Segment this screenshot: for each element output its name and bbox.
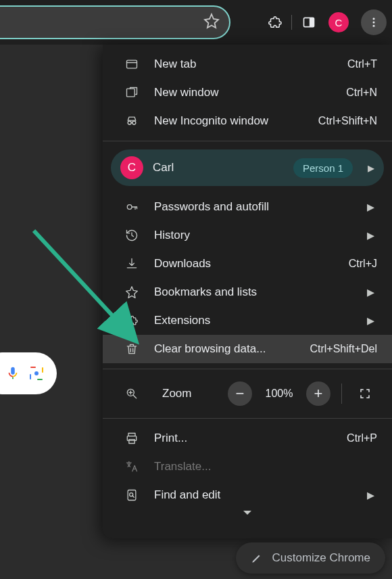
address-bar[interactable]: [0, 5, 230, 39]
print-icon: [124, 432, 139, 445]
svg-point-4: [373, 25, 375, 27]
menu-clear-browsing-data[interactable]: Clear browsing data... Ctrl+Shift+Del: [103, 335, 392, 363]
mic-icon: [5, 366, 20, 381]
menu-item-label: Clear browsing data...: [154, 342, 310, 356]
menu-bookmarks[interactable]: Bookmarks and lists ▸: [103, 278, 392, 306]
menu-zoom-row: Zoom − 100% +: [103, 375, 392, 413]
menu-downloads[interactable]: Downloads Ctrl+J: [103, 250, 392, 278]
zoom-icon: [124, 387, 139, 400]
submenu-arrow-icon: ▸: [364, 312, 377, 329]
svg-line-16: [134, 396, 137, 398]
submenu-arrow-icon: ▸: [368, 160, 374, 176]
menu-item-label: Translate...: [154, 460, 377, 473]
menu-button[interactable]: [361, 9, 387, 35]
submenu-arrow-icon: ▸: [364, 283, 377, 301]
menu-item-label: Print...: [154, 432, 347, 445]
menu-item-label: Find and edit: [154, 488, 364, 502]
menu-item-label: Downloads: [154, 257, 349, 271]
menu-new-tab[interactable]: New tab Ctrl+T: [103, 50, 392, 78]
zoom-label: Zoom: [162, 387, 220, 400]
zoom-separator: [341, 384, 342, 404]
customize-chrome-button[interactable]: Customize Chrome: [236, 542, 386, 574]
submenu-arrow-icon: ▸: [364, 198, 377, 216]
customize-label: Customize Chrome: [272, 551, 371, 565]
menu-extensions[interactable]: Extensions ▸: [103, 306, 392, 335]
bookmark-star-icon[interactable]: [203, 13, 220, 32]
lens-icon: [28, 365, 45, 381]
menu-find-edit[interactable]: Find and edit ▸: [103, 481, 392, 509]
side-panel-icon[interactable]: [301, 15, 316, 30]
menu-item-label: Passwords and autofill: [154, 200, 364, 214]
svg-point-9: [132, 121, 136, 124]
menu-shortcut: Ctrl+Shift+Del: [310, 343, 377, 355]
svg-rect-21: [129, 440, 134, 444]
menu-divider: [103, 141, 392, 141]
pencil-icon: [251, 552, 263, 564]
menu-translate: Translate...: [103, 453, 392, 481]
menu-new-window[interactable]: New window Ctrl+N: [103, 78, 392, 107]
fullscreen-button[interactable]: [353, 381, 377, 406]
puzzle-icon: [124, 314, 139, 327]
menu-shortcut: Ctrl+N: [346, 87, 377, 99]
menu-profile-row[interactable]: C Carl Person 1 ▸: [111, 149, 384, 186]
submenu-arrow-icon: ▸: [364, 227, 377, 244]
key-icon: [124, 200, 139, 214]
translate-icon: [124, 460, 139, 473]
submenu-arrow-icon: ▸: [364, 486, 377, 504]
menu-shortcut: Ctrl+J: [349, 258, 377, 270]
browser-toolbar: C: [0, 0, 392, 45]
zoom-in-button[interactable]: +: [306, 381, 330, 406]
menu-item-label: New Incognito window: [154, 114, 318, 128]
menu-item-label: Bookmarks and lists: [154, 285, 364, 299]
svg-point-8: [128, 121, 131, 124]
history-icon: [124, 229, 139, 242]
menu-passwords[interactable]: Passwords and autofill ▸: [103, 193, 392, 221]
menu-history[interactable]: History ▸: [103, 221, 392, 250]
search-tools-pill[interactable]: [0, 352, 57, 394]
zoom-out-button[interactable]: −: [228, 381, 252, 406]
svg-rect-7: [127, 89, 135, 97]
profile-avatar-icon: C: [120, 156, 143, 179]
extensions-puzzle-icon[interactable]: [267, 15, 282, 30]
svg-rect-5: [127, 60, 137, 68]
menu-shortcut: Ctrl+P: [347, 432, 377, 444]
download-icon: [124, 257, 139, 271]
find-icon: [124, 488, 139, 502]
star-icon: [124, 285, 139, 299]
menu-divider: [103, 418, 392, 419]
toolbar-right: C: [267, 0, 387, 45]
menu-divider: [103, 369, 392, 369]
menu-item-label: New window: [154, 86, 346, 99]
menu-item-label: Extensions: [154, 314, 364, 327]
svg-point-11: [127, 205, 132, 210]
svg-point-2: [373, 18, 375, 20]
new-window-icon: [124, 86, 139, 99]
svg-rect-22: [128, 490, 136, 501]
profile-chip: Person 1: [293, 158, 353, 178]
menu-shortcut: Ctrl+T: [347, 58, 377, 70]
menu-item-label: History: [154, 229, 364, 242]
profile-name: Carl: [153, 161, 284, 175]
menu-new-incognito[interactable]: New Incognito window Ctrl+Shift+N: [103, 107, 392, 135]
incognito-icon: [124, 114, 139, 128]
trash-icon: [124, 342, 139, 356]
chrome-menu: New tab Ctrl+T New window Ctrl+N New Inc…: [103, 45, 392, 538]
zoom-percent: 100%: [260, 388, 298, 400]
profile-avatar[interactable]: C: [328, 12, 349, 32]
toolbar-separator: [291, 15, 292, 30]
svg-line-24: [132, 496, 134, 498]
menu-shortcut: Ctrl+Shift+N: [318, 115, 377, 127]
new-tab-icon: [124, 57, 139, 71]
menu-item-label: New tab: [154, 57, 347, 71]
svg-point-3: [373, 22, 375, 24]
svg-rect-1: [310, 18, 314, 26]
menu-print[interactable]: Print... Ctrl+P: [103, 424, 392, 453]
